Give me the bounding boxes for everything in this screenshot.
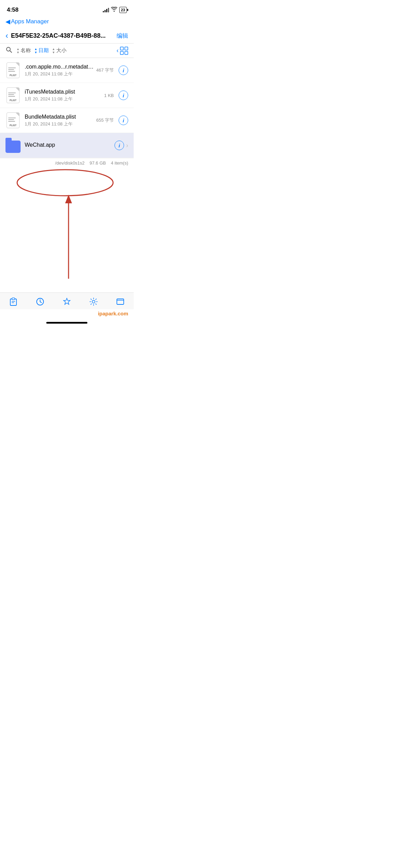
sort-size-label: 大小 <box>56 47 66 54</box>
annotation-area <box>0 169 134 292</box>
file-size: 467 字节 <box>96 67 114 73</box>
tab-clock[interactable] <box>27 297 53 306</box>
chevron-right-icon: › <box>126 142 128 149</box>
file-name: .com.apple.mo...r.metadata.plist <box>25 64 96 70</box>
chevron-left-icon: ‹ <box>117 47 119 54</box>
svg-point-6 <box>17 170 113 196</box>
sort-name[interactable]: ▲▼ 名称 <box>16 47 31 54</box>
back-arrow-icon: ◀ <box>5 18 10 25</box>
svg-rect-4 <box>120 51 123 55</box>
file-right: 655 字节 i <box>96 116 128 125</box>
svg-line-15 <box>40 302 41 303</box>
status-bottom: /dev/disk0s1s2 97.6 GB 4 item(s) <box>0 158 134 169</box>
disk-size: 97.6 GB <box>89 160 106 166</box>
sort-date-down-icon: ▲▼ <box>34 47 37 54</box>
sort-date-label: 日期 <box>38 47 49 54</box>
home-indicator <box>0 319 134 325</box>
file-item[interactable]: PLIST .com.apple.mo...r.metadata.plist 1… <box>0 58 134 83</box>
svg-rect-3 <box>125 47 128 50</box>
file-icon-plist: PLIST <box>5 111 21 129</box>
file-right: i › <box>114 141 128 150</box>
file-size: 655 字节 <box>96 117 114 123</box>
svg-point-17 <box>92 300 95 303</box>
file-size: 1 KB <box>104 93 114 98</box>
tab-window[interactable] <box>107 297 134 306</box>
info-button[interactable]: i <box>119 65 128 75</box>
items-count: 4 item(s) <box>111 160 128 166</box>
info-button[interactable]: i <box>114 141 124 150</box>
file-info: iTunesMetadata.plist 1月 20, 2024 11:08 上… <box>25 89 104 102</box>
svg-marker-16 <box>64 298 70 304</box>
annotation-arrow <box>0 169 134 292</box>
tab-settings[interactable] <box>80 297 107 306</box>
wechat-app-name: WeChat.app <box>25 142 114 148</box>
tab-clipboard[interactable] <box>0 297 27 306</box>
gear-icon <box>89 297 98 306</box>
disk-path: /dev/disk0s1s2 <box>55 160 85 166</box>
watermark: ipapark.com <box>0 309 134 319</box>
file-name: iTunesMetadata.plist <box>25 89 104 95</box>
svg-rect-2 <box>120 47 123 50</box>
info-button[interactable]: i <box>119 91 128 100</box>
file-item[interactable]: PLIST BundleMetadata.plist 1月 20, 2024 1… <box>0 108 134 133</box>
svg-rect-10 <box>12 298 15 300</box>
file-right: 467 字节 i <box>96 65 128 75</box>
tab-bar <box>0 292 134 309</box>
star-icon <box>62 297 72 306</box>
svg-rect-9 <box>10 299 16 305</box>
svg-marker-8 <box>65 195 72 203</box>
file-item[interactable]: PLIST iTunesMetadata.plist 1月 20, 2024 1… <box>0 83 134 108</box>
file-meta: 1月 20, 2024 11:08 上午 <box>25 121 96 127</box>
tab-star[interactable] <box>53 297 80 306</box>
page-title: E54F5E32-25AC-4387-B49B-88... <box>11 32 114 39</box>
file-icon-plist: PLIST <box>5 61 21 79</box>
clock-icon <box>35 297 45 306</box>
file-meta: 1月 20, 2024 11:08 上午 <box>25 96 104 102</box>
file-name: BundleMetadata.plist <box>25 114 96 120</box>
sort-name-up-icon: ▲▼ <box>16 47 20 54</box>
edit-button[interactable]: 编辑 <box>117 32 128 40</box>
folder-icon <box>5 136 21 154</box>
signal-icon <box>103 8 109 12</box>
file-list: PLIST .com.apple.mo...r.metadata.plist 1… <box>0 58 134 158</box>
svg-rect-18 <box>117 299 124 304</box>
watermark-text: ipapark.com <box>98 311 128 316</box>
toolbar: ▲▼ 名称 ▲▼ 日期 ▲▼ 大小 ‹ <box>0 44 134 58</box>
file-icon-plist: PLIST <box>5 86 21 104</box>
sort-date[interactable]: ▲▼ 日期 <box>34 47 49 54</box>
sort-name-label: 名称 <box>21 47 31 54</box>
info-button[interactable]: i <box>119 116 128 125</box>
grid-view-button[interactable]: ‹ <box>117 47 128 55</box>
status-time: 4:58 <box>7 7 19 13</box>
svg-point-0 <box>7 47 10 51</box>
square-icon <box>116 297 125 306</box>
file-info: WeChat.app <box>25 142 114 149</box>
nav-back-label[interactable]: Apps Manager <box>11 18 49 25</box>
home-bar <box>46 322 87 324</box>
file-info: .com.apple.mo...r.metadata.plist 1月 20, … <box>25 64 96 77</box>
sort-size[interactable]: ▲▼ 大小 <box>52 47 66 54</box>
file-right: 1 KB i <box>104 91 128 100</box>
file-meta: 1月 20, 2024 11:08 上午 <box>25 71 96 77</box>
search-icon[interactable] <box>5 46 12 55</box>
svg-line-1 <box>10 51 12 52</box>
clipboard-icon <box>9 297 18 306</box>
wifi-icon <box>111 7 117 13</box>
wechat-app-item[interactable]: WeChat.app i › <box>0 133 134 158</box>
sort-size-up-icon: ▲▼ <box>52 47 55 54</box>
battery-icon: 23 <box>119 7 127 13</box>
file-info: BundleMetadata.plist 1月 20, 2024 11:08 上… <box>25 114 96 127</box>
back-button[interactable]: ‹ <box>5 32 8 40</box>
status-bar: 4:58 23 <box>0 0 134 17</box>
status-icons: 23 <box>103 7 127 13</box>
svg-rect-5 <box>125 51 128 55</box>
page-header: ‹ E54F5E32-25AC-4387-B49B-88... 编辑 <box>0 28 134 44</box>
nav-back[interactable]: ◀ Apps Manager <box>0 17 134 28</box>
